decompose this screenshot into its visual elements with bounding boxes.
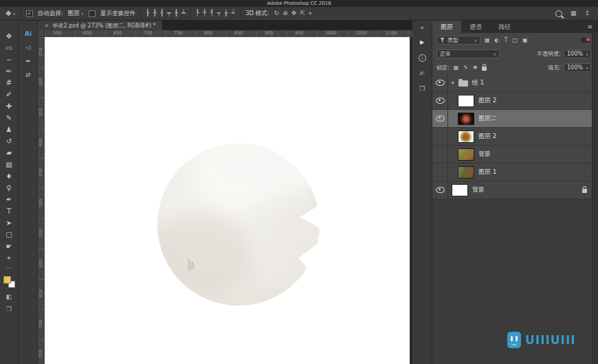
type-tool[interactable]: T [0, 205, 18, 217]
layer-thumbnail[interactable] [458, 130, 474, 143]
marquee-tool[interactable]: ▭ [0, 42, 18, 54]
panel-scrollbar[interactable] [592, 33, 598, 364]
layer-filter-icon[interactable]: T [504, 37, 509, 43]
quick-select-tool[interactable]: ✏ [0, 65, 18, 77]
threed-mode-icon[interactable]: ↻ [274, 10, 280, 16]
distribute-icon[interactable]: ┦ [210, 10, 213, 16]
panel-tab-通道[interactable]: 通道 [461, 21, 490, 33]
threed-mode-icon[interactable]: ⌖ [309, 10, 312, 16]
shape-tool[interactable]: □ [0, 229, 18, 240]
path-select-tool[interactable]: ➤ [0, 217, 18, 229]
align-icon[interactable]: ┠ [146, 10, 149, 16]
layer-row[interactable]: 背景 [432, 146, 593, 163]
color-swatches[interactable] [3, 276, 15, 288]
healing-brush-tool[interactable]: ✚ [0, 100, 18, 112]
move-tool[interactable]: ✥ [0, 30, 18, 42]
search-icon[interactable] [555, 10, 562, 17]
layer-filter-icon[interactable]: □ [511, 37, 518, 43]
properties-panel-icon[interactable]: ▶ [420, 40, 424, 45]
foreground-color-swatch[interactable] [3, 276, 11, 284]
brush-tool[interactable]: ✎ [0, 112, 18, 124]
blend-mode-dropdown[interactable]: 正常 ∨ [436, 49, 500, 58]
history-brush-tool[interactable]: ↺ [0, 135, 18, 147]
distribute-icon[interactable]: ┭ [217, 10, 221, 16]
align-icon[interactable]: ╂ [153, 10, 157, 16]
share-icon[interactable]: ↥ [584, 10, 590, 16]
blur-tool[interactable]: ♦ [0, 170, 18, 182]
layer-thumbnail[interactable] [458, 95, 474, 107]
layer-thumbnail[interactable] [458, 148, 474, 161]
lock-icon[interactable]: ✥ [472, 65, 478, 71]
filter-toggle[interactable] [579, 36, 591, 44]
dodge-tool[interactable]: ♀ [0, 182, 18, 194]
eyedropper-tool[interactable]: ✐ [0, 89, 18, 100]
crop-tool[interactable]: # [0, 77, 18, 89]
align-icon[interactable]: ┯ [167, 10, 170, 16]
auto-select-checkbox[interactable] [26, 10, 33, 17]
align-icon[interactable]: ┷ [181, 10, 185, 16]
layer-row[interactable]: 图层 1 [432, 163, 593, 181]
lasso-tool[interactable]: ∽ [0, 54, 18, 65]
eraser-tool[interactable]: ▰ [0, 147, 18, 159]
align-icon[interactable]: ╂ [175, 10, 178, 16]
visibility-toggle[interactable] [432, 128, 448, 145]
panel-tab-图层[interactable]: 图层 [432, 21, 461, 33]
show-transform-checkbox[interactable] [89, 10, 96, 17]
screen-mode-button[interactable]: ❐ [6, 306, 12, 312]
gradient-tool[interactable]: ▧ [0, 159, 18, 170]
collapse-panels-icon[interactable]: « [420, 25, 424, 31]
visibility-toggle[interactable] [432, 163, 448, 181]
info-panel-icon[interactable]: i [419, 54, 426, 62]
document-tab[interactable]: × 毕设2.psd @ 273% (图层二, RGB/8#) * [38, 21, 163, 30]
layer-filter-icon[interactable]: ▦ [484, 37, 491, 43]
layer-filter-icon[interactable]: ◐ [494, 37, 500, 43]
quick-mask-button[interactable]: ◧ [6, 293, 12, 300]
threed-mode-icon[interactable]: ⇱ [300, 10, 305, 16]
pen-tool[interactable]: ✒ [0, 194, 18, 205]
extension-panel-2[interactable]: ◁ [26, 44, 31, 51]
layer-row[interactable]: 背景 [432, 181, 593, 199]
layer-thumbnail[interactable] [458, 113, 474, 125]
edit-toolbar-button[interactable]: ⋯ [6, 264, 12, 271]
visibility-toggle[interactable] [432, 92, 448, 109]
threed-mode-icon[interactable]: ✥ [291, 10, 297, 16]
panel-tab-路径[interactable]: 路径 [490, 21, 519, 33]
layer-filter-icon[interactable]: ▣ [522, 37, 529, 43]
threed-mode-icon[interactable]: ⊕ [283, 10, 288, 16]
distribute-icon[interactable]: ┵ [232, 10, 235, 16]
clone-stamp-tool[interactable]: ♟ [0, 124, 18, 135]
visibility-toggle[interactable] [432, 74, 448, 91]
zoom-tool[interactable]: ⌖ [0, 252, 18, 264]
visibility-toggle[interactable] [432, 110, 448, 127]
visibility-toggle[interactable] [432, 181, 448, 198]
panel-menu-icon[interactable]: ≡ [582, 21, 598, 33]
workspace-icon[interactable]: ▦ [571, 10, 577, 16]
layer-row[interactable]: ▾组 1 [432, 74, 593, 92]
layer-row[interactable]: 图层 2 [432, 92, 593, 110]
layer-thumbnail[interactable] [452, 184, 468, 196]
distribute-icon[interactable]: ╁ [224, 10, 228, 16]
layer-thumbnail[interactable] [458, 166, 474, 179]
hand-tool[interactable]: ☛ [0, 240, 18, 252]
lock-icon[interactable]: ✎ [463, 65, 469, 71]
comments-panel-icon[interactable]: ❒ [419, 86, 425, 92]
auto-select-dropdown[interactable]: 图层 ∨ [68, 10, 84, 18]
filter-kind-dropdown[interactable]: 类型 ∨ [436, 36, 480, 45]
opacity-dropdown[interactable]: 100% ∨ [564, 49, 591, 58]
lock-icon[interactable]: ▦ [453, 65, 460, 71]
ai-extension-panel[interactable]: Ai [25, 30, 32, 37]
distribute-icon[interactable]: ╀ [203, 10, 206, 16]
chevron-down-icon[interactable]: ▾ [452, 80, 454, 86]
brush-settings-panel-icon[interactable]: ✍ [419, 71, 425, 77]
fill-dropdown[interactable]: 100% ∨ [564, 63, 591, 72]
distribute-icon[interactable]: ┞ [196, 10, 199, 16]
lock-all-icon[interactable] [482, 67, 487, 71]
layer-row[interactable]: 图层 2 [432, 128, 593, 146]
layer-row[interactable]: 图层二 [432, 110, 593, 128]
align-icon[interactable]: ┨ [160, 10, 164, 16]
tool-preset-button[interactable]: ✥ ∨ [5, 10, 16, 17]
extension-panel-4[interactable]: ⇄ [25, 71, 31, 78]
visibility-toggle[interactable] [432, 146, 448, 163]
canvas[interactable] [45, 37, 410, 364]
close-tab-icon[interactable]: × [44, 22, 49, 29]
